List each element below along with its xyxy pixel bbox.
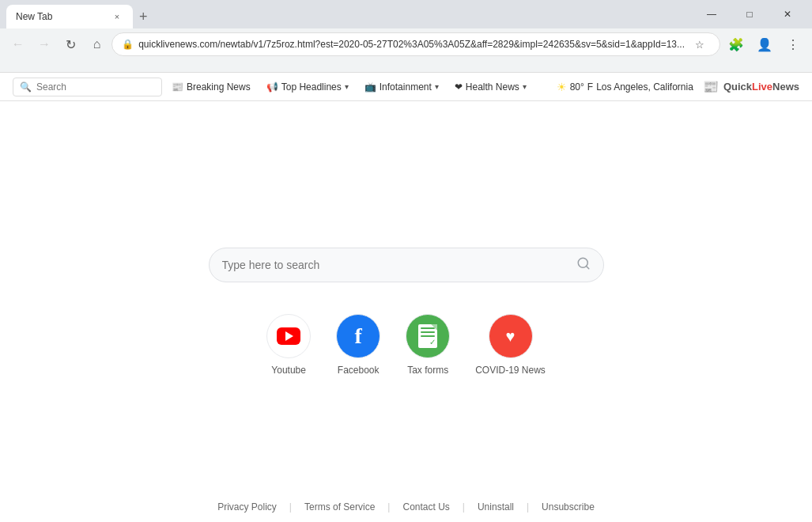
infotainment-link[interactable]: 📺 Infotainment ▾ <box>358 73 445 100</box>
profile-button[interactable]: 👤 <box>752 32 777 57</box>
refresh-button[interactable]: ↻ <box>59 32 82 57</box>
infotainment-chevron: ▾ <box>435 82 439 91</box>
quicklivenews-brand: 📰 QuickLiveNews <box>703 79 799 94</box>
brand-icon: 📰 <box>703 79 719 94</box>
infotainment-icon: 📺 <box>364 81 376 93</box>
main-content: Youtube f Facebook ✓ Tax forms <box>0 101 812 522</box>
tax-check-icon: ✓ <box>429 338 436 346</box>
weather-temp: 80° <box>570 81 584 93</box>
brand-live: Live <box>752 81 772 93</box>
menu-button[interactable]: ⋮ <box>780 32 806 57</box>
facebook-label: Facebook <box>338 365 380 376</box>
tab-title: New Tab <box>16 11 104 22</box>
bookmark-button[interactable]: ☆ <box>689 34 710 55</box>
footer-unsubscribe[interactable]: Unsubscribe <box>542 501 595 513</box>
main-search-button[interactable] <box>576 256 591 274</box>
close-button[interactable]: ✕ <box>769 2 806 26</box>
tax-doc-icon: ✓ <box>418 324 437 348</box>
main-search-box[interactable] <box>209 248 604 282</box>
facebook-f-icon: f <box>354 323 361 349</box>
browser-tab[interactable]: New Tab × <box>6 5 133 28</box>
tax-forms-icon-container: ✓ <box>406 314 450 358</box>
extensions-button[interactable]: 🧩 <box>723 32 749 57</box>
top-headlines-label: Top Headlines <box>281 81 342 93</box>
footer-contact-us[interactable]: Contact Us <box>402 501 449 513</box>
breaking-news-icon: 📰 <box>172 81 183 93</box>
health-news-label: Health News <box>466 81 519 93</box>
infotainment-label: Infotainment <box>380 81 432 93</box>
news-search-input[interactable] <box>36 81 155 93</box>
top-headlines-icon: 📢 <box>266 81 278 93</box>
tax-line-2 <box>421 331 435 333</box>
back-button[interactable]: ← <box>6 32 29 57</box>
home-button[interactable]: ⌂ <box>85 32 108 57</box>
facebook-icon-container: f <box>336 314 380 358</box>
breaking-news-link[interactable]: 📰 Breaking News <box>165 73 257 100</box>
footer-uninstall[interactable]: Uninstall <box>478 501 514 513</box>
search-small-icon: 🔍 <box>20 81 32 93</box>
minimize-button[interactable]: — <box>693 2 730 26</box>
youtube-label: Youtube <box>271 365 306 376</box>
toolbar-extensions: 🧩 👤 ⋮ <box>723 32 806 57</box>
quick-link-youtube[interactable]: Youtube <box>266 314 311 376</box>
new-tab-button[interactable]: + <box>133 5 154 28</box>
brand-news: News <box>772 81 799 93</box>
top-headlines-link[interactable]: 📢 Top Headlines ▾ <box>260 73 355 100</box>
covid-news-label: COVID-19 News <box>475 365 546 376</box>
tax-line-1 <box>421 327 435 329</box>
svg-line-1 <box>586 266 588 268</box>
search-container <box>0 248 812 282</box>
health-news-icon: ❤ <box>455 81 463 93</box>
brand-quick: Quick <box>723 81 752 93</box>
maximize-button[interactable]: □ <box>731 2 768 26</box>
tax-forms-label: Tax forms <box>407 365 448 376</box>
address-text: quicklivenews.com/newtab/v1/7z5roz.html?… <box>138 39 685 50</box>
breaking-news-label: Breaking News <box>187 81 251 93</box>
lock-icon: 🔒 <box>122 39 134 50</box>
search-icon <box>576 256 591 270</box>
footer-privacy-policy[interactable]: Privacy Policy <box>217 501 277 513</box>
forward-button[interactable]: → <box>32 32 55 57</box>
top-headlines-chevron: ▾ <box>345 82 349 91</box>
weather-widget: ☀ 80° F Los Angeles, California <box>557 81 693 93</box>
news-navigation-bar: 🔍 📰 Breaking News 📢 Top Headlines ▾ 📺 In… <box>0 73 812 101</box>
health-news-link[interactable]: ❤ Health News ▾ <box>448 73 533 100</box>
footer: Privacy Policy | Terms of Service | Cont… <box>0 492 812 522</box>
quick-link-facebook[interactable]: f Facebook <box>336 314 380 376</box>
footer-terms-of-service[interactable]: Terms of Service <box>304 501 375 513</box>
covid-heart-icon: ♥ <box>506 327 516 346</box>
youtube-icon-container <box>266 314 311 358</box>
quick-link-covid-news[interactable]: ♥ COVID-19 News <box>475 314 546 376</box>
tab-close-button[interactable]: × <box>111 10 123 23</box>
weather-unit: F <box>587 81 593 93</box>
weather-icon: ☀ <box>557 81 567 93</box>
quick-link-tax-forms[interactable]: ✓ Tax forms <box>406 314 450 376</box>
youtube-play-icon <box>277 327 300 345</box>
main-search-input[interactable] <box>222 259 568 271</box>
tax-line-3 <box>421 335 435 337</box>
address-bar: 🔒 quicklivenews.com/newtab/v1/7z5roz.htm… <box>111 32 720 56</box>
quick-links-section: Youtube f Facebook ✓ Tax forms <box>266 314 546 376</box>
weather-location: Los Angeles, California <box>596 81 693 93</box>
health-news-chevron: ▾ <box>523 82 527 91</box>
news-search-bar[interactable]: 🔍 <box>13 78 162 96</box>
covid-icon-container: ♥ <box>489 314 533 358</box>
